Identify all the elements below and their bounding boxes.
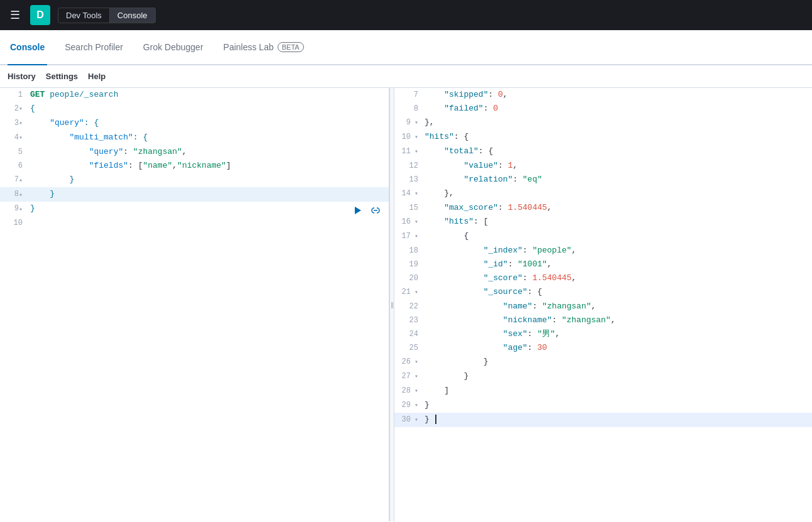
breadcrumb-devtools[interactable]: Dev Tools: [58, 8, 110, 23]
run-icon[interactable]: [351, 204, 365, 217]
json-line-27: 27▾ }: [394, 369, 812, 384]
json-line-29: 29▾ }: [394, 398, 812, 413]
json-line-22: 22 "name": "zhangsan",: [394, 300, 812, 313]
json-line-13: 13 "relation": "eq": [394, 173, 812, 187]
json-line-11: 11▾ "total": {: [394, 144, 812, 159]
settings-button[interactable]: Settings: [46, 69, 78, 84]
tab-search-profiler[interactable]: Search Profiler: [62, 30, 126, 65]
json-line-12: 12 "value": 1,: [394, 159, 812, 173]
json-line-23: 23 "nickname": "zhangsan",: [394, 313, 812, 327]
pane-resizer[interactable]: ‖: [389, 88, 394, 521]
json-line-9: 9▾ },: [394, 116, 812, 130]
editor-line-6: 6 "fields": ["name","nickname"]: [0, 159, 389, 173]
json-line-20: 20 "_score": 1.540445,: [394, 271, 812, 285]
history-button[interactable]: History: [8, 69, 36, 84]
json-line-15: 15 "max_score": 1.540445,: [394, 201, 812, 215]
json-output: 7 "skipped": 0, 8 "failed": 0 9▾ }, 10▾ …: [394, 88, 812, 427]
hamburger-menu-icon[interactable]: ☰: [8, 6, 23, 24]
editor-line-9: 9▴ }: [0, 202, 389, 216]
editor-line-1: 1 GET people/_search: [0, 88, 389, 102]
copy-curl-icon[interactable]: [369, 204, 382, 217]
breadcrumb: Dev Tools Console: [58, 8, 156, 23]
json-line-24: 24 "sex": "男",: [394, 327, 812, 341]
tab-grok-debugger[interactable]: Grok Debugger: [141, 30, 206, 65]
json-line-26: 26▾ }: [394, 355, 812, 369]
beta-badge: BETA: [278, 42, 304, 52]
editor-actions: [351, 204, 382, 217]
json-line-30: 30▾ }: [394, 413, 812, 427]
json-line-8: 8 "failed": 0: [394, 102, 812, 116]
json-line-28: 28▾ ]: [394, 384, 812, 398]
json-line-19: 19 "_id": "1001",: [394, 258, 812, 271]
json-line-18: 18 "_index": "people",: [394, 244, 812, 258]
json-line-21: 21▾ "_source": {: [394, 285, 812, 300]
editor-line-5: 5 "query": "zhangsan",: [0, 145, 389, 159]
json-line-10: 10▾ "hits": {: [394, 130, 812, 144]
svg-marker-0: [355, 207, 361, 214]
tab-console[interactable]: Console: [8, 30, 47, 65]
editor-line-8: 8▴ }: [0, 187, 389, 202]
editor-line-2: 2▾ {: [0, 102, 389, 116]
json-line-16: 16▾ "hits": [: [394, 215, 812, 229]
main-content: 1 GET people/_search 2▾ { 3▾ "query": { …: [0, 88, 812, 521]
json-line-14: 14▾ },: [394, 187, 812, 201]
editor-line-4: 4▾ "multi_match": {: [0, 131, 389, 145]
help-button[interactable]: Help: [88, 69, 106, 84]
editor-line-7: 7▴ }: [0, 173, 389, 187]
json-line-7: 7 "skipped": 0,: [394, 88, 812, 102]
toolbar: History Settings Help: [0, 65, 812, 88]
editor-line-10: 10: [0, 216, 389, 230]
editor-pane[interactable]: 1 GET people/_search 2▾ { 3▾ "query": { …: [0, 88, 389, 521]
tab-painless-lab[interactable]: Painless Lab BETA: [221, 30, 306, 65]
json-line-25: 25 "age": 30: [394, 341, 812, 355]
breadcrumb-console[interactable]: Console: [110, 8, 156, 23]
editor-line-3: 3▾ "query": {: [0, 116, 389, 131]
top-bar: ☰ D Dev Tools Console: [0, 0, 812, 30]
app-logo: D: [30, 5, 50, 25]
json-line-17: 17▾ {: [394, 229, 812, 244]
output-pane: 7 "skipped": 0, 8 "failed": 0 9▾ }, 10▾ …: [394, 88, 812, 521]
nav-tabs: Console Search Profiler Grok Debugger Pa…: [0, 30, 812, 65]
code-editor[interactable]: 1 GET people/_search 2▾ { 3▾ "query": { …: [0, 88, 389, 230]
